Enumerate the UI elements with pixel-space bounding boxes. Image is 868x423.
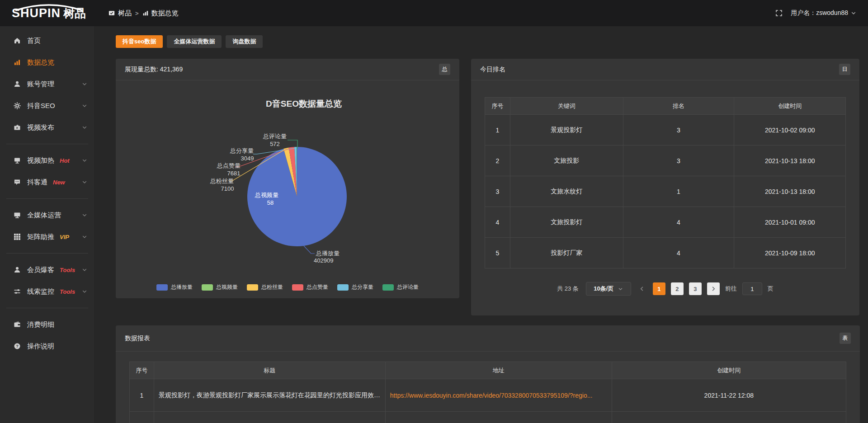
pie-value-shares: 3049 bbox=[241, 155, 254, 162]
bar-chart-icon bbox=[142, 10, 149, 16]
table-view-badge[interactable]: 表 bbox=[840, 333, 851, 344]
pie-value-plays: 402909 bbox=[314, 257, 333, 264]
breadcrumb-separator: > bbox=[135, 10, 139, 17]
gear-icon bbox=[14, 102, 21, 109]
sidebar-item-label: 抖音SEO bbox=[27, 102, 55, 110]
ranking-title: 今日排名 bbox=[480, 66, 505, 74]
ranking-table: 序号 关键词 排名 创建时间 1 景观投影灯 3 2021-10-02 09:0… bbox=[485, 97, 846, 268]
data-tabs: 抖音seo数据 全媒体运营数据 询盘数据 bbox=[116, 35, 263, 48]
created-cell bbox=[612, 412, 846, 423]
legend-item[interactable]: 总播放量 bbox=[156, 283, 193, 291]
sidebar-item-data-overview[interactable]: 数据总览 bbox=[0, 52, 94, 73]
sidebar-item-label: 抖客通 bbox=[27, 178, 47, 187]
created-cell: 2021-10-13 18:00 bbox=[734, 146, 846, 176]
sidebar-item-douyin-seo[interactable]: 抖音SEO bbox=[0, 95, 94, 117]
sidebar-item-label: 消费明细 bbox=[27, 320, 54, 329]
sidebar-divider bbox=[6, 144, 88, 144]
breadcrumb-current-item[interactable]: 数据总览 bbox=[142, 9, 179, 18]
report-title: 数据报表 bbox=[125, 334, 150, 343]
legend-item[interactable]: 总粉丝量 bbox=[247, 283, 283, 291]
logo[interactable]: SHUPIN 树品 bbox=[0, 6, 95, 21]
sidebar-item-label: 操作说明 bbox=[27, 342, 54, 351]
table-row: 1 景观投影灯 3 2021-10-02 09:00 bbox=[485, 115, 846, 146]
page-button-1[interactable]: 1 bbox=[653, 282, 665, 295]
sidebar-item-label: 矩阵助推 bbox=[27, 233, 54, 241]
legend-item[interactable]: 总分享量 bbox=[337, 283, 373, 291]
index-cell: 1 bbox=[130, 379, 154, 412]
overview-panel: 展现量总数: 421,369 总 D音SEO数据量总览 总评论量 572 总分享… bbox=[116, 59, 459, 298]
svg-text:?: ? bbox=[16, 344, 19, 348]
total-view-badge[interactable]: 总 bbox=[439, 64, 450, 75]
tools-badge: Tools bbox=[60, 288, 75, 295]
sidebar-item-label: 线索监控 bbox=[27, 287, 54, 296]
monitor-icon bbox=[14, 212, 21, 219]
tab-inquiry-data[interactable]: 询盘数据 bbox=[226, 35, 263, 48]
user-menu[interactable]: 用户名：zswodun88 bbox=[791, 9, 856, 17]
sidebar-item-label: 账号管理 bbox=[27, 80, 54, 89]
fullscreen-icon[interactable] bbox=[775, 9, 783, 17]
table-row: 3 文旅水纹灯 1 2021-10-13 18:00 bbox=[485, 176, 846, 207]
page-size-select[interactable]: 10条/页 bbox=[586, 282, 631, 296]
chevron-down-icon bbox=[82, 234, 87, 240]
created-cell: 2021-10-09 18:00 bbox=[734, 238, 846, 268]
question-icon: ? bbox=[14, 343, 21, 350]
ranking-panel-header: 今日排名 日 bbox=[471, 59, 859, 80]
tab-douyin-seo-data[interactable]: 抖音seo数据 bbox=[116, 35, 163, 48]
legend-item[interactable]: 总评论量 bbox=[382, 283, 419, 291]
goto-label: 前往 bbox=[725, 285, 737, 293]
sidebar-item-video-publish[interactable]: 视频发布 bbox=[0, 117, 94, 138]
app-window-icon bbox=[108, 10, 115, 17]
col-url: 地址 bbox=[385, 362, 612, 379]
page-size-value: 10条/页 bbox=[594, 285, 613, 293]
rank-cell: 4 bbox=[623, 238, 734, 268]
sidebar-item-clue-monitor[interactable]: 线索监控 Tools bbox=[0, 281, 94, 302]
username: 用户名：zswodun88 bbox=[791, 9, 848, 17]
tab-media-operation-data[interactable]: 全媒体运营数据 bbox=[167, 35, 222, 48]
sidebar-item-douketong[interactable]: 抖客通 New bbox=[0, 171, 94, 193]
breadcrumb: 树品 > 数据总览 bbox=[108, 9, 179, 18]
sidebar-item-home[interactable]: 首页 bbox=[0, 30, 94, 52]
video-url-link[interactable]: https://www.iesdouyin.com/share/video/70… bbox=[390, 392, 593, 399]
page-button-2[interactable]: 2 bbox=[671, 282, 684, 295]
legend-swatch bbox=[382, 284, 394, 291]
chart-legend: 总播放量 总视频量 总粉丝量 总点赞量 总分享量 总评论量 bbox=[116, 283, 459, 291]
prev-page-button[interactable] bbox=[637, 286, 647, 291]
goto-page-input[interactable] bbox=[742, 282, 762, 295]
hot-badge: Hot bbox=[60, 157, 70, 164]
url-cell bbox=[385, 412, 612, 423]
sidebar-item-video-heat[interactable]: 视频加热 Hot bbox=[0, 150, 94, 171]
col-keyword: 关键词 bbox=[510, 98, 623, 115]
sliders-icon bbox=[14, 288, 21, 295]
pie-label-shares: 总分享量 bbox=[230, 147, 254, 154]
pagination: 共 23 条 10条/页 1 2 3 前往 页 bbox=[485, 282, 846, 296]
created-cell: 2021-10-01 09:00 bbox=[734, 207, 846, 238]
sidebar-item-instructions[interactable]: ? 操作说明 bbox=[0, 335, 94, 357]
legend-item[interactable]: 总点赞量 bbox=[292, 283, 328, 291]
vip-badge: VIP bbox=[60, 234, 69, 240]
user-icon bbox=[14, 80, 21, 88]
legend-label: 总视频量 bbox=[216, 283, 238, 291]
breadcrumb-root-item[interactable]: 树品 bbox=[108, 9, 132, 18]
new-badge: New bbox=[53, 179, 65, 186]
page-button-3[interactable]: 3 bbox=[689, 282, 702, 295]
legend-label: 总分享量 bbox=[352, 283, 373, 291]
legend-label: 总播放量 bbox=[171, 283, 193, 291]
legend-swatch bbox=[292, 284, 303, 291]
sidebar-item-consumption[interactable]: 消费明细 bbox=[0, 314, 94, 335]
tools-badge: Tools bbox=[60, 267, 75, 273]
chevron-down-icon bbox=[618, 287, 623, 291]
keyword-cell: 景观投影灯 bbox=[510, 115, 623, 146]
sidebar-item-label: 数据总览 bbox=[27, 58, 54, 67]
keyword-cell: 文旅投影灯 bbox=[510, 207, 623, 238]
sidebar-divider bbox=[6, 198, 88, 199]
next-page-button[interactable] bbox=[707, 282, 720, 295]
sidebar-item-matrix-boost[interactable]: 矩阵助推 VIP bbox=[0, 226, 94, 248]
daily-view-badge[interactable]: 日 bbox=[839, 64, 850, 75]
sidebar-item-member-burst[interactable]: 会员爆客 Tools bbox=[0, 259, 94, 281]
pie-label-likes: 总点赞量 bbox=[217, 162, 241, 169]
pie-chart-area: D音SEO数据量总览 总评论量 572 总分享量 3049 总点赞量 7681 … bbox=[116, 80, 459, 298]
legend-item[interactable]: 总视频量 bbox=[202, 283, 238, 291]
grid-icon bbox=[14, 233, 21, 240]
sidebar-item-account[interactable]: 账号管理 bbox=[0, 73, 94, 95]
sidebar-item-media-operation[interactable]: 全媒体运营 bbox=[0, 204, 94, 226]
